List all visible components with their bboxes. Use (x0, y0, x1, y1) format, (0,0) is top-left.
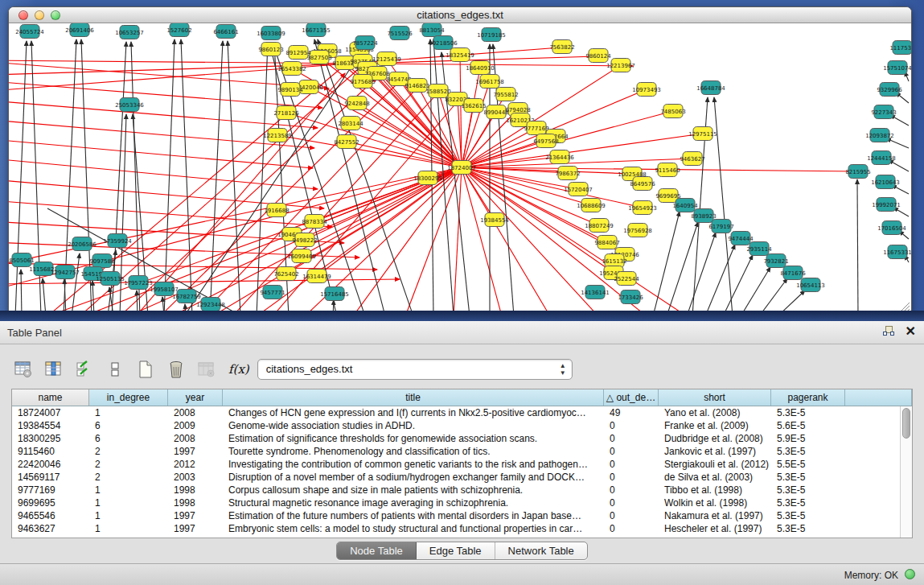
citation-edge-black[interactable] (131, 42, 140, 312)
column-header-name[interactable]: name (12, 389, 89, 406)
citation-edge-black[interactable] (184, 52, 361, 312)
graph-node-teal[interactable]: 12444158 (867, 151, 896, 165)
graph-node-teal[interactable]: 9457771 (260, 286, 285, 299)
table-row[interactable]: 1830029562008Estimation of significance … (12, 432, 912, 445)
citation-edge-black[interactable] (889, 160, 909, 171)
table-row[interactable]: 946362711997Embryonic stem cells: a mode… (12, 522, 912, 535)
citation-edge-red[interactable] (9, 81, 322, 108)
graph-node-teal[interactable]: 9227343 (871, 105, 896, 119)
column-header-pagerank[interactable]: pagerank (771, 389, 845, 406)
graph-node-teal[interactable]: 10719185 (477, 28, 506, 42)
citation-edge-black[interactable] (778, 290, 805, 312)
table-row[interactable]: 969969511998Structural magnetic resonanc… (12, 496, 912, 509)
graph-node-yellow[interactable]: 8427552 (334, 135, 359, 149)
graph-node-yellow[interactable]: 8649576 (630, 177, 655, 191)
graph-node-yellow[interactable]: 2718126 (273, 106, 299, 120)
graph-node-teal[interactable]: 8505061 (9, 253, 34, 267)
network-canvas[interactable]: 1154890812125439182260589827503165433828… (9, 23, 911, 312)
citation-edge-red[interactable] (454, 167, 462, 312)
table-row[interactable]: 911546021997Tourette syndrome. Phenomeno… (12, 445, 912, 458)
graph-node-yellow[interactable]: 16099469 (287, 249, 316, 263)
graph-node-yellow[interactable]: 9498222 (292, 233, 317, 247)
graph-node-yellow[interactable]: 9175685 (350, 75, 375, 89)
citation-edge-black[interactable] (653, 212, 680, 312)
graph-node-teal[interactable]: 1733426 (618, 290, 643, 304)
graph-node-teal[interactable]: 20206586 (68, 237, 97, 251)
graph-node-teal[interactable]: 1640954 (672, 199, 698, 212)
new-column-button[interactable] (133, 357, 158, 381)
graph-node-teal[interactable]: 7932821 (763, 254, 788, 268)
citation-edge-black[interactable] (181, 39, 192, 312)
table-source-dropdown[interactable]: citations_edges.txt ▲▼ (257, 359, 573, 380)
graph-node-yellow[interactable]: 2803144 (338, 117, 363, 130)
graph-node-yellow[interactable]: 1362615 (461, 99, 486, 113)
table-mode-button[interactable] (11, 357, 35, 381)
graph-node-teal[interactable]: 9474444 (728, 232, 754, 245)
citation-edge-black[interactable] (857, 179, 858, 312)
graph-node-teal[interactable]: 10653257 (115, 26, 144, 39)
graph-node-teal[interactable]: 20691406 (65, 23, 94, 37)
graph-node-yellow[interactable]: 7625402 (273, 267, 298, 281)
column-header-year[interactable]: year (168, 389, 223, 406)
window-resize-grip[interactable] (899, 300, 910, 311)
tab-node-table[interactable]: Node Table (337, 542, 417, 559)
graph-node-teal[interactable]: 15751074 (883, 61, 911, 75)
graph-node-yellow[interactable]: 10973493 (632, 83, 661, 97)
citation-edge-red[interactable] (317, 167, 462, 276)
citation-edge-black[interactable] (92, 281, 94, 312)
graph-node-yellow[interactable]: 8912954 (285, 46, 311, 60)
graph-node-yellow[interactable]: 7986372 (555, 167, 580, 180)
graph-node-yellow[interactable]: 9860124 (585, 49, 611, 63)
table-row[interactable]: 1456911722003Disruption of a novel membe… (12, 471, 912, 484)
table-row[interactable]: 1938455462009Genome-wide association stu… (12, 419, 912, 432)
graph-node-teal[interactable]: 17359924 (103, 234, 132, 248)
graph-node-yellow[interactable]: 18325419 (446, 48, 474, 62)
graph-node-yellow[interactable]: 8878334 (302, 215, 327, 229)
graph-node-yellow[interactable]: 16314479 (302, 270, 331, 283)
graph-node-yellow[interactable]: 9860123 (258, 43, 283, 56)
graph-node-teal[interactable]: 9329966 (877, 83, 902, 97)
citation-edge-black[interactable] (137, 290, 138, 312)
citation-edge-red[interactable] (462, 134, 703, 167)
graph-node-teal[interactable]: 10654113 (796, 278, 825, 292)
delete-column-trash-button[interactable] (164, 357, 188, 381)
tab-network-table[interactable]: Network Table (495, 542, 587, 559)
tab-edge-table[interactable]: Edge Table (417, 542, 495, 559)
graph-node-teal[interactable]: 19218506 (429, 36, 458, 50)
citation-network-graph[interactable]: 1154890812125439182260589827503165433828… (9, 23, 911, 312)
table-panel-header[interactable]: Table Panel ✕ (0, 321, 924, 344)
graph-node-yellow[interactable]: 1615132 (602, 254, 626, 268)
graph-node-teal[interactable]: 7857224 (352, 36, 378, 50)
graph-node-yellow[interactable]: 1916688 (264, 204, 289, 217)
graph-node-teal[interactable]: 9097588 (89, 254, 114, 268)
graph-node-teal[interactable]: 8215955 (845, 165, 870, 179)
graph-node-yellow[interactable]: 12975115 (688, 127, 717, 141)
column-header-title[interactable]: title (223, 389, 604, 406)
graph-node-teal[interactable]: 17016504 (877, 221, 906, 235)
graph-node-yellow[interactable]: 10688609 (577, 199, 606, 212)
table-row[interactable]: 1872400712008Changes of HCN gene express… (12, 406, 912, 419)
graph-node-yellow[interactable]: 7485063 (660, 105, 685, 118)
graph-node-teal[interactable]: 16033809 (257, 27, 285, 40)
graph-node-yellow[interactable]: 15720407 (564, 183, 593, 196)
float-panel-icon[interactable] (882, 325, 894, 337)
memory-ok-indicator-icon[interactable] (905, 569, 915, 579)
graph-node-teal[interactable]: 6466161 (213, 25, 238, 39)
citation-edge-black[interactable] (687, 233, 716, 312)
graph-node-yellow[interactable]: 19756928 (623, 224, 652, 237)
vertical-scrollbar[interactable] (900, 406, 912, 538)
graph-node-teal[interactable]: 15716485 (320, 287, 349, 301)
graph-node-yellow[interactable]: 9242848 (344, 97, 369, 110)
table-row[interactable]: 2242004622012Investigating the contribut… (12, 458, 912, 471)
graph-node-yellow[interactable]: 18807249 (585, 219, 614, 233)
select-rows-button[interactable] (72, 357, 97, 381)
graph-node-teal[interactable]: 6179197 (708, 220, 733, 233)
graph-node-teal[interactable]: 1527602 (166, 23, 191, 37)
graph-node-teal[interactable]: 24055724 (15, 25, 44, 39)
graph-node-yellow[interactable]: 12213967 (606, 59, 635, 72)
show-column-button[interactable] (42, 357, 66, 381)
graph-node-yellow[interactable]: 18300295 (413, 171, 442, 185)
graph-node-yellow[interactable]: 7955812 (493, 88, 518, 101)
network-view-window[interactable]: citations_edges.txt 11548908121254391822… (8, 6, 912, 313)
citation-edge-black[interactable] (759, 278, 787, 312)
